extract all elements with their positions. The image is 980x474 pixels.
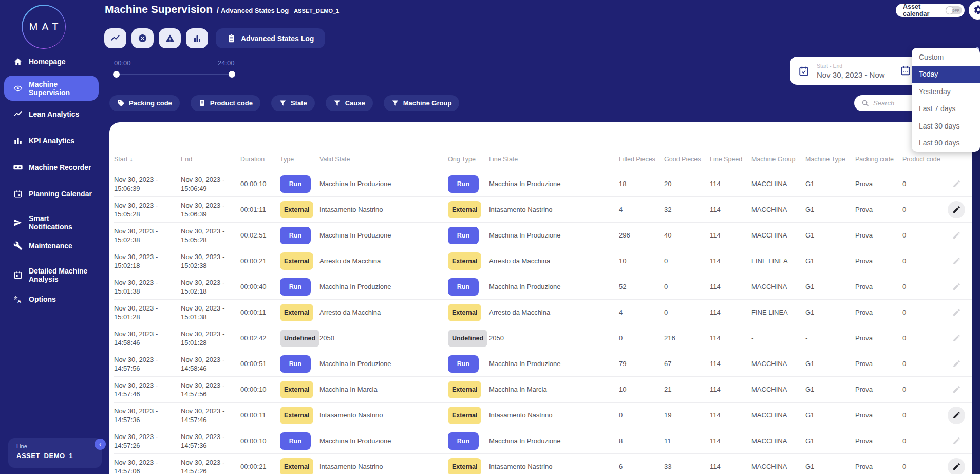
breadcrumb: Advanced States Log [221, 7, 289, 14]
column-header[interactable]: Good Pieces [664, 155, 710, 163]
sidebar-item-kpi-analytics[interactable]: KPI Analytics [4, 131, 99, 151]
cell-machine-type: G1 [805, 180, 855, 188]
warning-icon [165, 33, 175, 44]
sidebar-item-machine-supervision[interactable]: Machine Supervision [4, 76, 99, 101]
app-logo: MAT [22, 5, 66, 49]
edit-row-button[interactable] [948, 407, 965, 424]
line-selector[interactable]: Line ASSET_DEMO_1 [8, 438, 102, 468]
edit-row-button[interactable] [948, 304, 965, 321]
orig-type-badge: Run [448, 278, 479, 296]
edit-row-button[interactable] [948, 458, 965, 474]
histogram-view-button[interactable] [186, 28, 208, 48]
sidebar-item-detailed-machine-analysis[interactable]: Detailed Machine Analysis [4, 263, 99, 287]
column-header[interactable]: Filled Pieces [619, 155, 664, 163]
orig-type-badge: External [448, 381, 481, 398]
date-range-picker[interactable]: Start - End Nov 30, 2023 - Now [790, 57, 919, 85]
cell-duration: 00:00:21 [240, 463, 280, 470]
sidebar-collapse-button[interactable]: ‹ [95, 439, 106, 450]
column-header[interactable]: Orig Type [448, 155, 489, 163]
date-menu-item[interactable]: Today [912, 66, 980, 83]
cell-packing-code: Prova [855, 411, 902, 419]
cell-end: Nov 30, 2023 -15:06:49 [181, 175, 240, 193]
advanced-states-log-tab[interactable]: Advanced States Log [216, 28, 325, 48]
column-header[interactable]: End [181, 155, 240, 163]
cell-start: Nov 30, 2023 -15:01:38 [114, 278, 181, 296]
sidebar-item-planning-calendar[interactable]: Planning Calendar [4, 184, 99, 204]
cell-machine-group: MACCHINA [751, 437, 805, 445]
column-header[interactable]: Line State [489, 155, 619, 163]
cell-valid-state: Macchina In Produzione [319, 180, 448, 188]
time-range-slider[interactable] [116, 74, 232, 75]
type-badge: External [280, 458, 313, 474]
column-header[interactable]: Type [280, 155, 319, 163]
cell-packing-code: Prova [855, 437, 902, 445]
trend-view-button[interactable] [104, 28, 126, 48]
slider-handle-end[interactable] [229, 71, 235, 78]
date-menu-item[interactable]: Yesterday [912, 83, 980, 100]
edit-row-button[interactable] [948, 252, 965, 270]
edit-row-button[interactable] [948, 381, 965, 398]
close-circle-icon [138, 33, 147, 43]
cell-type: External [280, 381, 319, 398]
edit-row-button[interactable] [948, 175, 965, 193]
filter-product-code[interactable]: Product code [191, 95, 260, 111]
cell-duration: 00:01:11 [240, 206, 280, 213]
edit-row-button[interactable] [948, 432, 965, 450]
pencil-icon [952, 282, 961, 291]
advanced-states-log-label: Advanced States Log [241, 34, 314, 43]
sidebar-item-maintenance[interactable]: Maintenance [4, 235, 99, 256]
filter-state[interactable]: State [271, 95, 315, 111]
column-header[interactable]: Valid State [319, 155, 448, 163]
calendar-dots-icon[interactable] [900, 65, 911, 76]
pencil-icon [952, 436, 961, 445]
edit-row-button[interactable] [948, 227, 965, 244]
cell-orig-type: External [448, 458, 489, 474]
filter-machine-group[interactable]: Machine Group [384, 95, 460, 111]
cell-end: Nov 30, 2023 -15:05:28 [181, 227, 240, 244]
sidebar-item-homepage[interactable]: Homepage [4, 51, 99, 72]
filter-packing-code[interactable]: Packing code [109, 95, 180, 111]
sidebar-item-options[interactable]: A Options [4, 289, 99, 309]
date-menu-item[interactable]: Custom [912, 49, 980, 66]
edit-row-button[interactable] [948, 330, 965, 347]
column-header[interactable]: Product code [902, 155, 948, 163]
cell-machine-group: MACCHINA [751, 411, 805, 419]
stops-view-button[interactable] [131, 28, 154, 48]
cell-start: Nov 30, 2023 -15:02:18 [114, 252, 181, 270]
filter-cause[interactable]: Cause [326, 95, 373, 111]
cell-line-state: Macchina In Marcia [489, 386, 619, 393]
slider-handle-start[interactable] [113, 71, 120, 78]
funnel-icon [279, 99, 287, 107]
orig-type-badge: External [448, 304, 481, 321]
sidebar-item-machine-recorder[interactable]: Machine Recorder [4, 157, 99, 177]
edit-row-button[interactable] [948, 201, 965, 218]
sidebar: MAT Homepage Machine Supervision Lean An… [0, 0, 103, 474]
date-menu-item[interactable]: Last 90 days [912, 135, 980, 152]
edit-row-button[interactable] [948, 278, 965, 296]
sidebar-item-smart-notifications[interactable]: Smart Notifications [4, 211, 99, 234]
column-header[interactable]: Packing code [855, 155, 902, 163]
table-row: Nov 30, 2023 -15:06:39Nov 30, 2023 -15:0… [114, 171, 972, 196]
sidebar-item-lean-analytics[interactable]: Lean Analytics [4, 104, 99, 124]
date-menu-item[interactable]: Last 7 days [912, 100, 980, 117]
alarms-view-button[interactable] [159, 28, 181, 48]
column-header[interactable]: Machine Type [805, 155, 855, 163]
column-header[interactable]: Machine Group [751, 155, 805, 163]
asset-calendar-switch[interactable]: OFF [946, 6, 962, 14]
edit-row-button[interactable] [948, 355, 965, 373]
cell-duration: 00:02:42 [240, 334, 280, 342]
cell-good-pieces: 19 [664, 411, 710, 419]
cell-start: Nov 30, 2023 -15:06:39 [114, 175, 181, 193]
cell-machine-type: G1 [805, 257, 855, 265]
cell-product-code: 0 [902, 463, 948, 470]
cell-line-state: Macchina In Produzione [489, 283, 619, 290]
column-header[interactable]: Duration [240, 155, 280, 163]
settings-button[interactable] [969, 1, 980, 20]
table-header-row: Start↓EndDurationTypeValid StateOrig Typ… [114, 148, 972, 171]
column-header[interactable]: Line Speed [710, 155, 751, 163]
cell-start: Nov 30, 2023 -14:57:06 [114, 458, 181, 474]
date-picker-label: Start - End [817, 63, 885, 69]
asset-calendar-toggle[interactable]: Asset calendar OFF [896, 4, 965, 17]
date-menu-item[interactable]: Last 30 days [912, 118, 980, 135]
column-header[interactable]: Start↓ [114, 155, 181, 163]
